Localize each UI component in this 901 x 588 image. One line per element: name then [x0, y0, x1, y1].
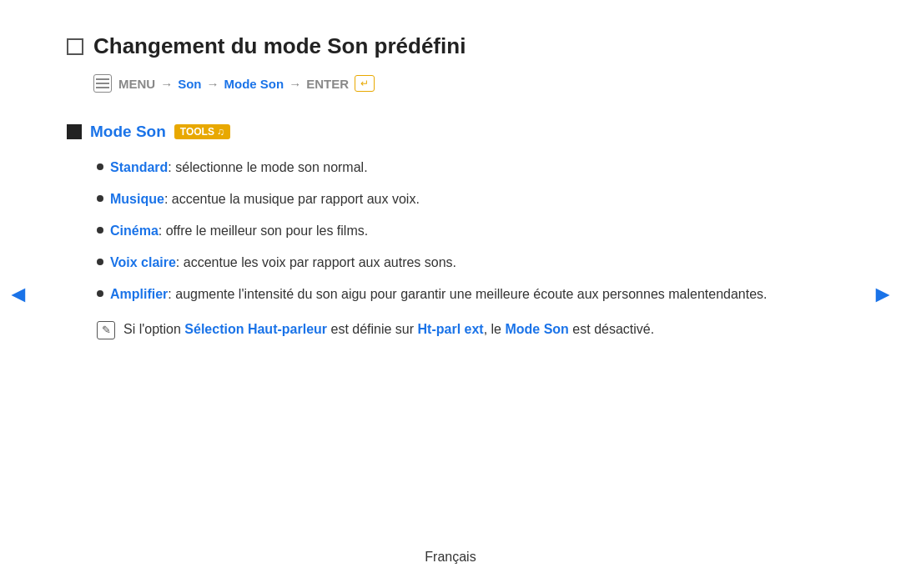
title-checkbox-icon: [67, 38, 83, 55]
note-text-after: , le: [484, 322, 506, 336]
term-amplifier: Amplifier: [110, 287, 168, 301]
breadcrumb-enter-label: ENTER: [306, 77, 349, 91]
menu-icon: [93, 74, 112, 93]
svg-rect-2: [96, 87, 109, 88]
list-item-cinema: Cinéma: offre le meilleur son pour les f…: [97, 221, 834, 241]
svg-rect-1: [96, 83, 109, 84]
enter-icon: ↵: [355, 75, 375, 92]
footer-text: Français: [425, 550, 476, 564]
term-musique: Musique: [110, 192, 164, 206]
list-item-amplifier-text: Amplifier: augmente l'intensité du son a…: [110, 284, 768, 304]
desc-cinema: : offre le meilleur son pour les films.: [159, 224, 368, 238]
list-item-standard-text: Standard: sélectionne le mode son normal…: [110, 158, 368, 178]
list-item-amplifier: Amplifier: augmente l'intensité du son a…: [97, 284, 834, 304]
breadcrumb-menu-label: MENU: [118, 77, 155, 91]
section-header: Mode Son TOOLS ♫: [67, 123, 834, 141]
list-item-standard: Standard: sélectionne le mode son normal…: [97, 158, 834, 178]
desc-standard: : sélectionne le mode son normal.: [168, 160, 367, 174]
breadcrumb: MENU → Son → Mode Son → ENTER ↵: [93, 74, 834, 93]
list-item-musique: Musique: accentue la musique par rapport…: [97, 189, 834, 209]
breadcrumb-son[interactable]: Son: [178, 77, 201, 91]
section-square-icon: [67, 124, 82, 139]
svg-rect-0: [96, 78, 109, 80]
page-title: Changement du mode Son prédéfini: [93, 33, 466, 59]
breadcrumb-arrow-3: →: [289, 77, 301, 91]
tools-badge: TOOLS ♫: [174, 124, 230, 139]
bullet-dot-3: [97, 227, 103, 234]
bullet-dot-2: [97, 195, 103, 202]
term-voix-claire: Voix claire: [110, 255, 176, 269]
nav-arrow-right[interactable]: ►: [871, 281, 894, 308]
note-text-end: est désactivé.: [569, 322, 654, 336]
bullet-dot-4: [97, 259, 103, 265]
note-text-middle: est définie sur: [327, 322, 418, 336]
note-link-htparl: Ht-parl ext: [418, 322, 484, 336]
title-row: Changement du mode Son prédéfini: [67, 33, 834, 59]
footer: Français: [0, 550, 901, 565]
note-link-mode-son: Mode Son: [505, 322, 568, 336]
term-cinema: Cinéma: [110, 224, 159, 238]
note-text: Si l'option Sélection Haut-parleur est d…: [123, 319, 654, 339]
section-title: Mode Son: [90, 123, 166, 141]
breadcrumb-arrow-2: →: [207, 77, 219, 91]
tools-label: TOOLS: [180, 126, 214, 138]
list-item-musique-text: Musique: accentue la musique par rapport…: [110, 189, 420, 209]
list-item-cinema-text: Cinéma: offre le meilleur son pour les f…: [110, 221, 368, 241]
list-item-voix-claire-text: Voix claire: accentue les voix par rappo…: [110, 253, 456, 273]
breadcrumb-mode-son[interactable]: Mode Son: [224, 77, 284, 91]
list-item-voix-claire: Voix claire: accentue les voix par rappo…: [97, 253, 834, 273]
note-text-before: Si l'option: [123, 322, 184, 336]
desc-musique: : accentue la musique par rapport aux vo…: [164, 192, 420, 206]
note-row: ✎ Si l'option Sélection Haut-parleur est…: [97, 319, 834, 339]
desc-voix-claire: : accentue les voix par rapport aux autr…: [176, 255, 456, 269]
bullet-dot-1: [97, 163, 103, 170]
breadcrumb-arrow-1: →: [160, 77, 173, 91]
mode-son-list: Standard: sélectionne le mode son normal…: [97, 158, 834, 304]
bullet-dot-5: [97, 290, 103, 297]
note-icon: ✎: [97, 321, 115, 339]
tools-music-icon: ♫: [217, 126, 224, 138]
nav-arrow-left[interactable]: ◄: [7, 281, 30, 308]
note-link-selection: Sélection Haut-parleur: [184, 322, 327, 336]
desc-amplifier: : augmente l'intensité du son aigu pour …: [168, 287, 767, 301]
term-standard: Standard: [110, 160, 168, 174]
